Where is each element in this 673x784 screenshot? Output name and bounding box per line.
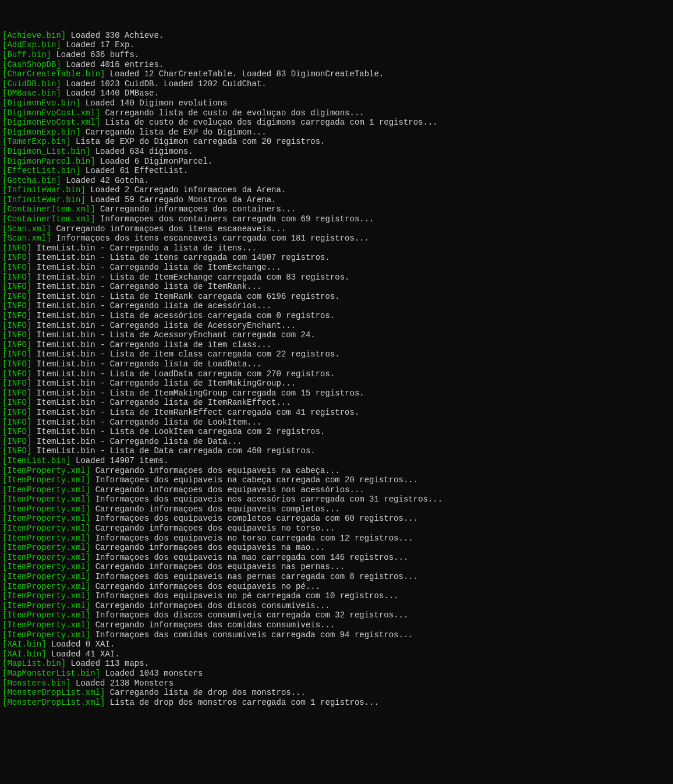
log-line: [INFO] ItemList.bin - Carregando lista d… xyxy=(2,301,671,311)
log-tag: [DigimonExp.bin] xyxy=(2,128,80,137)
log-message: Loaded 636 buffs. xyxy=(51,50,139,59)
log-line: [INFO] ItemList.bin - Carregando lista d… xyxy=(2,437,671,447)
log-message: Loaded 6 DigimonParcel. xyxy=(95,157,213,166)
log-line: [ItemProperty.xml] Carregando informaçoe… xyxy=(2,601,671,611)
log-line: [INFO] ItemList.bin - Lista de LookItem … xyxy=(2,427,671,437)
log-tag: [INFO] xyxy=(2,301,31,310)
log-line: [DigimonEvo.bin] Loaded 140 Digimon evol… xyxy=(2,98,671,108)
log-message: ItemList.bin - Lista de ItemRankEffect c… xyxy=(31,408,359,417)
log-line: [INFO] ItemList.bin - Lista de item clas… xyxy=(2,349,671,359)
log-message: Lista de custo de evoluçao dos digimons … xyxy=(100,118,438,127)
log-message: Loaded 4016 entries. xyxy=(61,60,164,69)
log-line: [DigimonEvoCost.xml] Lista de custo de e… xyxy=(2,118,671,128)
log-message: Informaçoes das comidas consumiveis carr… xyxy=(90,630,413,640)
log-tag: [ItemProperty.xml] xyxy=(2,553,90,562)
log-tag: [Scan.xml] xyxy=(2,234,51,243)
log-tag: [XAI.bin] xyxy=(2,640,47,649)
log-tag: [ContainerItem.xml] xyxy=(2,204,95,214)
log-message: ItemList.bin - Carregando lista de item … xyxy=(31,340,271,349)
log-message: Loaded 1043 monsters xyxy=(100,669,203,678)
log-line: [DigimonEvoCost.xml] Carregando lista de… xyxy=(2,108,671,118)
log-line: [INFO] ItemList.bin - Lista de ItemRank … xyxy=(2,292,671,302)
log-line: [Digimon_List.bin] Loaded 634 digimons. xyxy=(2,147,671,157)
log-message: ItemList.bin - Carregando lista de LoadD… xyxy=(31,359,261,369)
log-tag: [INFO] xyxy=(2,369,31,379)
log-tag: [ItemProperty.xml] xyxy=(2,582,90,591)
log-message: ItemList.bin - Lista de LoadData carrega… xyxy=(31,369,335,379)
log-tag: [INFO] xyxy=(2,398,31,407)
log-line: [ItemProperty.xml] Informaçoes dos equip… xyxy=(2,514,671,524)
log-message: Informaçoes dos equipaveis completos car… xyxy=(90,514,418,523)
log-tag: [MapMonsterList.bin] xyxy=(2,669,100,678)
log-message: Carregando informaçoes das comidas consu… xyxy=(90,620,335,630)
log-message: Carregando informaçoes dos equipaveis no… xyxy=(90,582,320,591)
log-message: Loaded 2 Carregado informacoes da Arena. xyxy=(86,185,286,195)
log-line: [ItemProperty.xml] Carregando informaçoe… xyxy=(2,504,671,514)
log-line: [CashShopDB] Loaded 4016 entries. xyxy=(2,60,671,70)
log-line: [Monsters.bin] Loaded 2138 Monsters xyxy=(2,679,671,688)
log-line: [INFO] ItemList.bin - Carregando lista d… xyxy=(2,379,671,389)
log-tag: [DigimonEvoCost.xml] xyxy=(2,118,100,127)
log-tag: [ItemProperty.xml] xyxy=(2,504,90,514)
log-message: Informaçoes dos equipaveis na mao carreg… xyxy=(90,553,408,562)
log-line: [INFO] ItemList.bin - Carregando lista d… xyxy=(2,418,671,428)
log-message: Lista de drop dos monstros carregada com… xyxy=(105,698,378,707)
log-tag: [INFO] xyxy=(2,263,31,272)
log-tag: [INFO] xyxy=(2,389,31,398)
log-message: ItemList.bin - Carregando lista de ItemR… xyxy=(31,282,261,291)
log-message: Carregando informaçoes dos equipaveis na… xyxy=(90,466,339,475)
log-tag: [INFO] xyxy=(2,321,31,330)
log-tag: [ItemProperty.xml] xyxy=(2,620,90,630)
log-tag: [INFO] xyxy=(2,379,31,388)
log-line: [ItemProperty.xml] Informaçoes das comid… xyxy=(2,630,671,640)
log-tag: [Digimon_List.bin] xyxy=(2,147,90,156)
log-tag: [AddExp.bin] xyxy=(2,40,61,50)
log-tag: [ItemProperty.xml] xyxy=(2,534,90,543)
log-line: [INFO] ItemList.bin - Lista de ItemRankE… xyxy=(2,408,671,418)
log-message: Loaded 140 Digimon evolutions xyxy=(80,98,227,108)
log-line: [ItemProperty.xml] Informaçoes dos disco… xyxy=(2,610,671,620)
log-line: [ItemProperty.xml] Carregando informaçoe… xyxy=(2,582,671,592)
log-tag: [EffectList.bin] xyxy=(2,166,80,175)
log-message: Loaded 1440 DMBase. xyxy=(61,89,159,98)
log-tag: [ItemProperty.xml] xyxy=(2,485,90,495)
log-tag: [DigimonParcel.bin] xyxy=(2,157,95,166)
log-message: Loaded 634 digimons. xyxy=(90,147,193,156)
log-tag: [ContainerItem.xml] xyxy=(2,214,95,224)
log-message: ItemList.bin - Carregando lista de ItemR… xyxy=(31,398,291,407)
log-tag: [ItemProperty.xml] xyxy=(2,524,90,533)
log-line: [ContainerItem.xml] Informaçoes dos cont… xyxy=(2,214,671,224)
log-tag: [INFO] xyxy=(2,253,31,262)
log-line: [ItemProperty.xml] Informaçoes dos equip… xyxy=(2,591,671,601)
log-line: [INFO] ItemList.bin - Lista de itens car… xyxy=(2,253,671,263)
log-line: [ItemProperty.xml] Informaçoes dos equip… xyxy=(2,475,671,485)
log-tag: [InfiniteWar.bin] xyxy=(2,185,86,195)
log-message: Loaded 42 Gotcha. xyxy=(61,176,149,185)
log-line: [MapList.bin] Loaded 113 maps. xyxy=(2,659,671,669)
log-tag: [ItemProperty.xml] xyxy=(2,591,90,601)
log-tag: [MapList.bin] xyxy=(2,659,66,668)
log-message: Carregando informaçoes dos equipaveis na… xyxy=(90,543,325,552)
log-tag: [INFO] xyxy=(2,311,31,320)
log-message: Lista de EXP do Digimon carregada com 20… xyxy=(71,137,325,146)
log-line: [MapMonsterList.bin] Loaded 1043 monster… xyxy=(2,669,671,679)
log-line: [MonsterDropList.xml] Lista de drop dos … xyxy=(2,698,671,708)
log-line: [INFO] ItemList.bin - Carregando a lista… xyxy=(2,243,671,253)
log-message: ItemList.bin - Carregando a lista de ite… xyxy=(31,243,256,253)
log-message: Carregando lista de EXP do Digimon... xyxy=(80,128,266,137)
log-line: [TamerExp.bin] Lista de EXP do Digimon c… xyxy=(2,137,671,147)
log-tag: [INFO] xyxy=(2,282,31,291)
log-tag: [XAI.bin] xyxy=(2,649,47,659)
log-tag: [Buff.bin] xyxy=(2,50,51,59)
log-tag: [INFO] xyxy=(2,427,31,436)
log-message: ItemList.bin - Carregando lista de LookI… xyxy=(31,418,261,427)
log-line: [InfiniteWar.bin] Loaded 59 Carregado Mo… xyxy=(2,195,671,205)
log-tag: [ItemProperty.xml] xyxy=(2,466,90,475)
log-message: Loaded 0 XAI. xyxy=(47,640,115,649)
log-line: [CuidDB.bin] Loaded 1023 CuidDB. Loaded … xyxy=(2,79,671,89)
log-tag: [INFO] xyxy=(2,418,31,427)
log-tag: [DigimonEvo.bin] xyxy=(2,98,80,108)
log-line: [XAI.bin] Loaded 41 XAI. xyxy=(2,649,671,659)
log-tag: [INFO] xyxy=(2,408,31,417)
log-tag: [INFO] xyxy=(2,330,31,340)
